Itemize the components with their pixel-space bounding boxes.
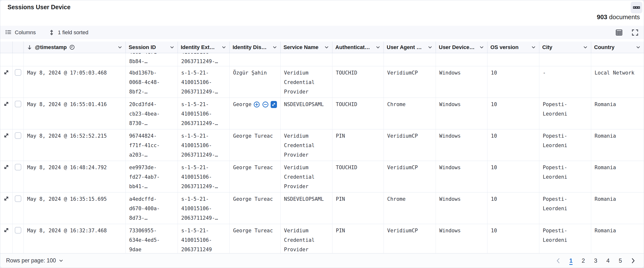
city-cell: Popesti-Leordeni — [539, 224, 591, 253]
row-checkbox[interactable] — [15, 69, 21, 76]
service-name-cell: VeridiumCredentialProvider — [280, 224, 332, 253]
column-actions-button[interactable] — [117, 45, 122, 50]
chevron-left-icon — [555, 257, 562, 264]
column-actions-button[interactable] — [169, 45, 175, 50]
column-header-label: User Device… — [439, 44, 475, 51]
os-version-line: 10 — [491, 226, 536, 235]
column-header-label: Identity Dis… — [232, 44, 267, 51]
identity-external-id-cell: s-1-5-21-410015106-2063711249-… — [178, 66, 230, 98]
identity-external-id-cell: s-1-5-21-410015106-2063711249 — [178, 224, 230, 253]
page-button-2[interactable]: 2 — [579, 256, 588, 265]
filter-out-value-button[interactable] — [262, 101, 269, 108]
column-actions-button[interactable] — [531, 45, 536, 50]
expand-row-button[interactable] — [3, 100, 10, 107]
column-header-user_device[interactable]: User Device… — [436, 42, 488, 53]
column-actions-button[interactable] — [479, 45, 484, 50]
rows-per-page-button[interactable]: Rows per page: 100 — [6, 257, 64, 264]
row-checkbox[interactable] — [15, 195, 21, 202]
column-header-session_id[interactable]: Session ID — [126, 42, 178, 53]
user-agent-line: VeridiumCP — [387, 163, 432, 172]
session-id-line: 634e-4ed5- — [129, 235, 174, 245]
column-header-identity_external_id[interactable]: Identity Ext… — [178, 42, 230, 53]
expand-row-button[interactable] — [3, 132, 10, 139]
column-header-timestamp[interactable]: @timestamp — [24, 42, 126, 53]
identity-display-name-value: George Tureac — [233, 163, 277, 172]
os-version-line: 10 — [491, 163, 536, 172]
columns-button[interactable]: Columns — [5, 29, 36, 36]
column-actions-button[interactable] — [375, 45, 381, 50]
expand-row-button[interactable] — [3, 195, 10, 202]
toolbar-grid-gap — [0, 39, 644, 42]
column-header-authentication_method[interactable]: Authenticat… — [332, 42, 384, 53]
documents-count: 903 documents — [597, 13, 640, 21]
user-agent-cell — [384, 53, 436, 66]
display-options-button[interactable] — [615, 29, 623, 36]
timestamp-value: May 8, 2024 @ 16:52:52.215 — [27, 131, 122, 141]
column-actions-button[interactable] — [583, 45, 588, 50]
expand-row-button[interactable] — [3, 163, 10, 171]
identity-external-id-line: 410015106- — [181, 172, 226, 182]
service-name-cell: NSDEVELOPSAML — [280, 193, 332, 224]
rows-per-page-label: Rows per page: 100 — [6, 257, 56, 264]
user-agent-cell: VeridiumCP — [384, 129, 436, 161]
page-button-1[interactable]: 1 — [566, 256, 576, 265]
column-header-identity_display_name[interactable]: Identity Dis… — [230, 42, 280, 53]
user-device-cell: Windows — [436, 129, 488, 161]
identity-display-name-value: George — [233, 100, 277, 109]
row-checkbox[interactable] — [15, 101, 21, 107]
expand-row-cell — [0, 129, 12, 161]
expand-row-button[interactable] — [3, 226, 10, 234]
page-button-5[interactable]: 5 — [616, 256, 625, 265]
identity-display-name-cell: George Tureac — [230, 193, 280, 224]
session-id-line: 4e63-4c71- — [129, 53, 174, 57]
column-actions-button[interactable] — [324, 45, 329, 50]
city-line: - — [543, 68, 588, 78]
user-agent-cell: VeridiumCP — [384, 224, 436, 253]
os-version-cell: 10 — [488, 98, 539, 129]
column-header-user_agent[interactable]: User Agent … — [384, 42, 436, 53]
row-checkbox[interactable] — [15, 132, 21, 139]
expand-cell-button[interactable] — [271, 101, 277, 108]
row-checkbox[interactable] — [15, 227, 21, 233]
grid-body: 4e63-4c71-8b84-…410015106-2063711249-…Ma… — [0, 53, 644, 253]
column-header-service_name[interactable]: Service Name — [280, 42, 332, 53]
chevron-down-icon — [169, 45, 175, 50]
next-page-button[interactable] — [628, 257, 638, 264]
expand-row-button[interactable] — [3, 69, 10, 76]
fullscreen-button[interactable] — [631, 29, 639, 36]
city-line: Popesti- — [543, 194, 588, 204]
column-header-label: Service Name — [284, 44, 318, 51]
timestamp-cell: May 8, 2024 @ 16:35:15.695 — [24, 193, 126, 224]
expand-row-cell — [0, 224, 12, 253]
page-button-4[interactable]: 4 — [604, 256, 612, 265]
session-id-cell: 20cd3fd4-cb23-4bea-8730-… — [126, 98, 178, 129]
identity-display-name-text: George — [233, 100, 252, 109]
page-button-3[interactable]: 3 — [591, 256, 600, 265]
user-device-line: Windows — [439, 194, 484, 204]
country-cell — [591, 53, 644, 66]
session-id-line: 8730-… — [129, 119, 174, 128]
sessions-user-device-panel: Sessions User Device 903 documents Colum… — [0, 0, 644, 268]
user-device-cell: Windows — [436, 98, 488, 129]
user-agent-line: Chrome — [387, 100, 432, 109]
column-header-country[interactable]: Country — [591, 42, 644, 53]
timestamp-cell: May 8, 2024 @ 16:48:24.792 — [24, 161, 126, 192]
column-header-os_version[interactable]: OS version — [488, 42, 539, 53]
panel-options-button[interactable] — [631, 2, 642, 13]
select-row-cell — [12, 224, 24, 253]
previous-page-button[interactable] — [554, 257, 563, 264]
column-actions-button[interactable] — [272, 45, 278, 50]
row-checkbox[interactable] — [15, 164, 21, 170]
column-actions-button[interactable] — [636, 45, 641, 50]
identity-external-id-line: 410015106- — [181, 53, 226, 57]
column-actions-button[interactable] — [221, 45, 226, 50]
user-agent-cell: VeridiumCP — [384, 161, 436, 192]
filter-for-value-button[interactable] — [253, 101, 260, 108]
identity-display-name-cell: Özgür Şahin — [230, 66, 280, 98]
column-actions-button[interactable] — [428, 45, 433, 50]
session-id-line: 73306955- — [129, 226, 174, 235]
sorted-fields-button[interactable]: 1 field sorted — [48, 29, 88, 36]
service-name-line: Credential — [284, 141, 329, 150]
column-header-city[interactable]: City — [539, 42, 591, 53]
session-id-line: a4edcffd- — [129, 194, 174, 204]
